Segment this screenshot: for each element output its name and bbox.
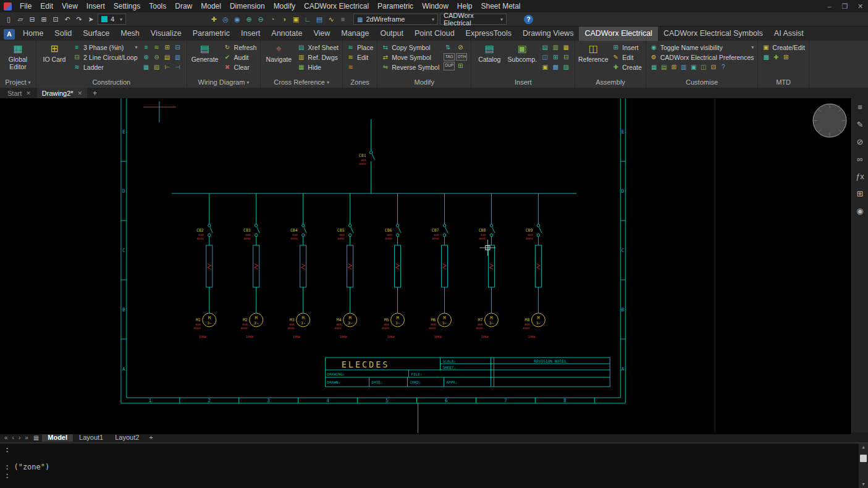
mtd-tool-icon[interactable]: ▩: [762, 53, 770, 62]
oth-toggle-button[interactable]: OTH: [456, 53, 467, 61]
look-around-icon[interactable]: ◑: [279, 14, 289, 24]
tab-surface[interactable]: Surface: [77, 27, 115, 41]
cursor-icon[interactable]: ➤: [86, 14, 96, 24]
new-tab-button[interactable]: +: [88, 89, 101, 98]
zone-edit-button[interactable]: ≋ Edit: [347, 53, 373, 62]
construction-tool-icon[interactable]: ⊖: [153, 53, 161, 62]
modify-tool-icon[interactable]: ⊞: [456, 62, 465, 70]
modify-tool-icon[interactable]: ⇅: [444, 43, 452, 52]
layout-list-icon[interactable]: ▦: [31, 434, 41, 441]
panel-cross-reference-label[interactable]: Cross Reference▾: [261, 78, 342, 88]
tab-mesh[interactable]: Mesh: [115, 27, 145, 41]
first-tab-icon[interactable]: «: [2, 434, 10, 441]
title-block[interactable]: ELECDESSCALE:SHEET:REVISION NOTESDRAWING…: [326, 358, 610, 387]
audit-button[interactable]: ✔ Audit: [224, 53, 257, 62]
tab-annotate[interactable]: Annotate: [266, 27, 308, 41]
reference-button[interactable]: ◫ Reference: [579, 43, 607, 64]
layout-tab-layout2[interactable]: Layout2: [109, 433, 145, 442]
tab-parametric[interactable]: Parametric: [187, 27, 235, 41]
scrollbar-thumb[interactable]: [860, 455, 867, 462]
panels-menu-icon[interactable]: ≡: [857, 103, 862, 112]
generate-button[interactable]: ▤ Generate: [191, 43, 219, 64]
tab-point-cloud[interactable]: Point Cloud: [409, 27, 460, 41]
customise-tool-icon[interactable]: ▦: [650, 63, 659, 72]
prev-tab-icon[interactable]: ‹: [11, 434, 16, 441]
customise-tool-icon[interactable]: ⊞: [670, 63, 678, 72]
undo-icon[interactable]: ↶: [62, 14, 72, 24]
zoom-extents-icon[interactable]: ◎: [221, 14, 230, 24]
menu-draw[interactable]: Draw: [171, 2, 196, 11]
insert-tool-icon[interactable]: ▩: [551, 63, 560, 72]
menu-modify[interactable]: Modify: [269, 2, 300, 11]
next-tab-icon[interactable]: ›: [17, 434, 22, 441]
global-editor-button[interactable]: ▦ Global Editor: [4, 43, 32, 70]
insert-tool-icon[interactable]: ◫: [541, 53, 549, 62]
customise-tool-icon[interactable]: ?: [719, 63, 728, 72]
construction-tool-icon[interactable]: ≋: [153, 43, 161, 52]
tab-drawing-views[interactable]: Drawing Views: [517, 27, 579, 41]
layer-dropdown[interactable]: 4 ▾: [98, 14, 126, 25]
navigate-button[interactable]: ⌖ Navigate: [264, 43, 293, 64]
tab-expresstools[interactable]: ExpressTools: [460, 27, 517, 41]
reverse-symbol-button[interactable]: ⇋ Reverse Symbol: [381, 62, 439, 72]
zoom-out-icon[interactable]: ⊖: [256, 14, 266, 24]
menu-view[interactable]: View: [57, 2, 82, 11]
tab-insert[interactable]: Insert: [235, 27, 266, 41]
construction-tool-icon[interactable]: ⊟: [174, 43, 182, 52]
ucs-icon[interactable]: ∟: [303, 14, 313, 24]
catalog-button[interactable]: ▤ Catalog: [475, 43, 504, 64]
tab-cadworx-electrical[interactable]: CADWorx Electrical: [579, 27, 658, 41]
branch-m7[interactable]: M3~CB840A400VM740A400V10KW: [476, 193, 498, 339]
insert-tool-icon[interactable]: ⊞: [551, 53, 560, 62]
menu-insert[interactable]: Insert: [82, 2, 109, 11]
save-all-icon[interactable]: ⊞: [39, 14, 49, 24]
construction-tool-icon[interactable]: ▦: [142, 63, 151, 72]
parametric-manager-icon[interactable]: ∞: [857, 155, 862, 164]
render-icon[interactable]: ◉: [856, 207, 863, 216]
menu-help[interactable]: Help: [453, 2, 477, 11]
doc-tab-start[interactable]: Start✕: [2, 88, 36, 98]
construction-tool-icon[interactable]: ⊞: [163, 43, 172, 52]
maximize-button[interactable]: ❐: [837, 0, 853, 12]
close-tab-icon[interactable]: ✕: [26, 90, 31, 96]
tab-solid[interactable]: Solid: [49, 27, 77, 41]
refresh-button[interactable]: ↻ Refresh: [224, 43, 257, 52]
layout-tab-model[interactable]: Model: [42, 433, 73, 442]
print-icon[interactable]: ⊡: [51, 14, 61, 24]
layers-icon[interactable]: ▤: [314, 14, 324, 24]
tab-cadworx-electrical-symbols[interactable]: CADWorx Electrical Symbols: [658, 27, 769, 41]
add-layout-button[interactable]: +: [145, 434, 156, 441]
dup-toggle-button[interactable]: DUP: [444, 62, 455, 70]
branch-m1[interactable]: M3~CB240A400VM140A400V10KW: [193, 193, 216, 339]
command-line-console[interactable]: :: ("zone"): ▲ ▼: [0, 442, 868, 488]
three-phase-button[interactable]: ≡ 3 Phase (⅜in) ▾: [73, 43, 138, 52]
construction-tool-icon[interactable]: ▤: [163, 53, 172, 62]
customise-tool-icon[interactable]: ◫: [699, 63, 708, 72]
mtd-tool-icon[interactable]: ✚: [772, 53, 780, 62]
zoom-in-icon[interactable]: ⊕: [244, 14, 254, 24]
close-tab-icon[interactable]: ✕: [78, 90, 83, 96]
redo-icon[interactable]: ↷: [74, 14, 84, 24]
insert-tool-icon[interactable]: ⊟: [562, 53, 570, 62]
branch-m8[interactable]: M3~CB940A400VM840A400V10KW: [523, 193, 545, 339]
zone-place-button[interactable]: ≋ Place: [347, 43, 373, 52]
menu-settings[interactable]: Settings: [109, 2, 145, 11]
branch-m3[interactable]: M3~CB440A400VM340A400V10KW: [287, 193, 310, 339]
branch-m2[interactable]: M3~CB340A400VM240A400V10KW: [240, 193, 263, 339]
save-icon[interactable]: ⊟: [27, 14, 37, 24]
orbit-icon[interactable]: ◔: [268, 14, 277, 24]
main-feeder[interactable]: CB140A400V: [172, 119, 577, 193]
customise-tool-icon[interactable]: ⊟: [709, 63, 718, 72]
two-line-circuit-button[interactable]: ⊟ 2 Line Circuit/Loop: [73, 53, 138, 62]
named-views-icon[interactable]: ▣: [291, 14, 301, 24]
help-icon[interactable]: ?: [524, 15, 533, 24]
assembly-create-button[interactable]: ✚ Create: [612, 62, 642, 72]
construction-tool-icon[interactable]: ⊢: [163, 63, 172, 72]
navigation-ball[interactable]: [813, 104, 846, 137]
console-scrollbar[interactable]: ▲ ▼: [859, 444, 868, 488]
menu-window[interactable]: Window: [418, 2, 453, 11]
minimize-button[interactable]: –: [822, 0, 837, 12]
menu-sheet-metal[interactable]: Sheet Metal: [477, 2, 525, 11]
scroll-up-icon[interactable]: ▲: [862, 444, 864, 451]
branch-m4[interactable]: M3~CB540A400VM440A400V10KW: [334, 193, 356, 339]
